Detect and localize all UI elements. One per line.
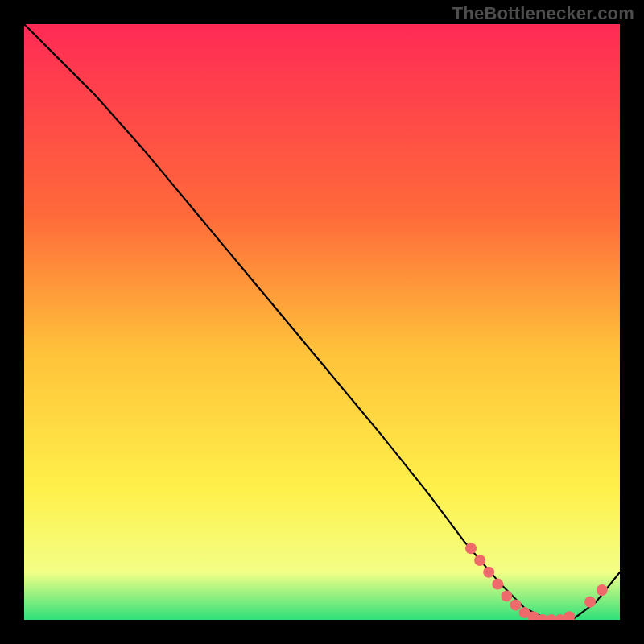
data-marker — [501, 590, 512, 601]
data-marker — [474, 555, 485, 566]
gradient-background — [24, 24, 620, 620]
bottleneck-chart — [24, 24, 620, 620]
data-marker — [597, 584, 608, 596]
chart-frame: TheBottlenecker.com — [0, 0, 644, 644]
plot-area — [24, 24, 620, 620]
data-marker — [510, 600, 522, 611]
data-marker — [492, 579, 503, 590]
data-marker — [483, 567, 494, 578]
data-marker — [465, 543, 477, 554]
watermark-text: TheBottlenecker.com — [452, 3, 634, 24]
data-marker — [584, 597, 596, 608]
